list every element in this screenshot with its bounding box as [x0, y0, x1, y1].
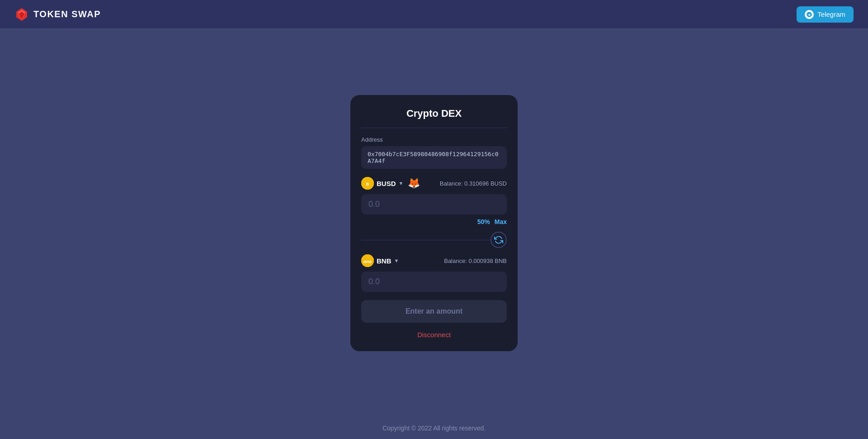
telegram-icon	[805, 10, 814, 19]
swap-arrows-icon	[494, 235, 503, 244]
from-token-chevron: ▼	[399, 181, 404, 186]
swap-direction-button[interactable]	[491, 232, 507, 248]
max-button[interactable]: Max	[495, 218, 507, 225]
header: TOKEN SWAP Telegram	[0, 0, 868, 29]
busd-icon: B	[361, 177, 374, 190]
logo-text: TOKEN SWAP	[33, 9, 101, 19]
svg-text:B: B	[366, 182, 369, 186]
from-token-selector[interactable]: B BUSD ▼ 🦊	[361, 177, 420, 190]
svg-text:BNB: BNB	[363, 260, 372, 264]
disconnect-button[interactable]: Disconnect	[361, 329, 507, 340]
swap-divider	[361, 232, 507, 248]
50-percent-button[interactable]: 50%	[477, 218, 490, 225]
address-label: Address	[361, 136, 507, 143]
bnb-icon: BNB	[361, 254, 374, 267]
copyright-text: Copyright © 2022 All rights reserved.	[382, 425, 486, 432]
from-amount-input-box[interactable]	[361, 194, 507, 215]
swap-card: Crypto DEX Address 0x7004b7cE3F589804869…	[350, 95, 518, 351]
telegram-label: Telegram	[817, 10, 845, 18]
from-token-symbol: BUSD	[377, 180, 396, 187]
to-token-selector[interactable]: BNB BNB ▼	[361, 254, 399, 267]
metamask-icon: 🦊	[408, 177, 420, 189]
logo: TOKEN SWAP	[14, 7, 101, 22]
enter-amount-button[interactable]: Enter an amount	[361, 300, 507, 323]
from-token-balance: Balance: 0.310696 BUSD	[440, 180, 507, 187]
title-divider	[361, 128, 507, 128]
to-token-chevron: ▼	[394, 258, 399, 263]
logo-icon	[14, 7, 29, 22]
to-amount-input[interactable]	[368, 277, 500, 286]
card-title: Crypto DEX	[361, 108, 507, 119]
to-token-symbol: BNB	[377, 257, 392, 265]
to-token-balance: Balance: 0.000938 BNB	[444, 258, 507, 264]
to-token-row: BNB BNB ▼ Balance: 0.000938 BNB	[361, 254, 507, 267]
swap-line-left	[361, 240, 491, 240]
telegram-button[interactable]: Telegram	[797, 6, 854, 23]
to-amount-input-box[interactable]	[361, 272, 507, 292]
footer: Copyright © 2022 All rights reserved.	[0, 417, 868, 439]
address-value: 0x7004b7cE3F58980486908f12964129156c0A7A…	[361, 146, 507, 169]
from-amount-input[interactable]	[368, 200, 500, 209]
percentage-row: 50% Max	[361, 218, 507, 225]
main-content: Crypto DEX Address 0x7004b7cE3F589804869…	[0, 29, 868, 417]
from-token-row: B BUSD ▼ 🦊 Balance: 0.310696 BUSD	[361, 177, 507, 190]
